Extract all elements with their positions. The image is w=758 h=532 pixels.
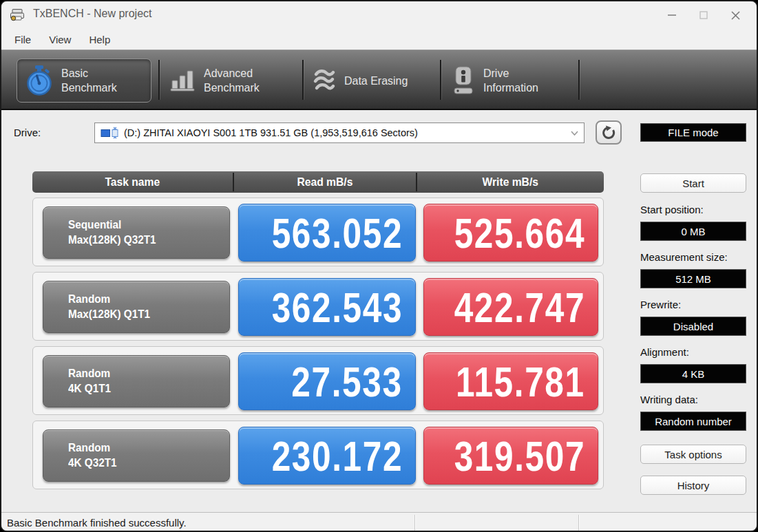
- maximize-button[interactable]: [688, 1, 719, 29]
- toolbar-separator: [302, 60, 304, 100]
- toolbar-separator: [440, 60, 441, 100]
- minimize-button[interactable]: [656, 1, 688, 29]
- read-value: 563.052: [238, 204, 416, 262]
- tab-advanced-benchmark-label: AdvancedBenchmark: [204, 66, 260, 95]
- window-controls: [656, 1, 751, 29]
- table-row-random-4k-q1t1: Random4K Q1T1 27.533 115.781: [32, 346, 604, 415]
- writing-data-label: Writing data:: [640, 394, 698, 405]
- history-button[interactable]: History: [640, 476, 746, 495]
- drive-select[interactable]: (D:) ZHITAI XIAOYI S001 1TB 931.51 GB (1…: [94, 123, 585, 143]
- tab-drive-information-label: DriveInformation: [483, 66, 538, 95]
- file-mode-indicator: FILE mode: [640, 123, 746, 142]
- stopwatch-icon: [25, 65, 53, 96]
- tab-drive-information[interactable]: DriveInformation: [450, 58, 573, 103]
- start-button[interactable]: Start: [640, 173, 746, 193]
- write-value: 525.664: [423, 204, 598, 262]
- menu-view[interactable]: View: [40, 31, 80, 48]
- task-button[interactable]: SequentialMax(128K) Q32T1: [43, 206, 230, 259]
- start-position-label: Start position:: [640, 204, 704, 215]
- write-value: 319.507: [423, 427, 598, 485]
- task-button[interactable]: Random4K Q32T1: [43, 429, 230, 482]
- task-button[interactable]: Random4K Q1T1: [43, 355, 230, 407]
- tab-basic-benchmark-label: BasicBenchmark: [61, 66, 117, 95]
- erase-icon: [313, 68, 336, 93]
- alignment-label: Alignment:: [640, 346, 689, 358]
- read-value: 230.172: [238, 427, 416, 485]
- status-separator: [578, 515, 579, 531]
- tab-data-erasing-label: Data Erasing: [344, 74, 408, 88]
- header-read: Read mB/s: [234, 171, 416, 193]
- write-value: 115.781: [423, 352, 598, 410]
- toolbar: BasicBenchmark AdvancedBenchmark: [1, 50, 757, 110]
- refresh-icon: [601, 125, 616, 140]
- toolbar-separator: [158, 60, 160, 100]
- header-task-name: Task name: [32, 171, 233, 193]
- title-bar: TxBENCH - New project: [1, 1, 757, 29]
- results-table-header: Task name Read mB/s Write mB/s: [32, 171, 604, 193]
- prewrite-value: Disabled: [640, 317, 746, 336]
- menu-file[interactable]: File: [6, 31, 40, 48]
- tab-basic-benchmark[interactable]: BasicBenchmark: [17, 58, 151, 103]
- task-button[interactable]: RandomMax(128K) Q1T1: [43, 281, 230, 333]
- table-row-sequential-q32t1: SequentialMax(128K) Q32T1 563.052 525.66…: [32, 198, 604, 266]
- task-options-button[interactable]: Task options: [640, 445, 746, 464]
- menu-bar: File View Help: [1, 29, 757, 50]
- measurement-size-label: Measurement size:: [640, 251, 728, 263]
- drive-select-value: (D:) ZHITAI XIAOYI S001 1TB 931.51 GB (1…: [124, 127, 566, 138]
- table-row-random-q1t1: RandomMax(128K) Q1T1 362.543 422.747: [32, 272, 604, 341]
- window-title: TxBENCH - New project: [33, 8, 151, 20]
- measurement-size-value: 512 MB: [640, 269, 746, 288]
- refresh-drives-button[interactable]: [596, 120, 622, 145]
- drive-label: Drive:: [14, 127, 41, 138]
- read-value: 362.543: [238, 278, 416, 336]
- app-printer-icon: [10, 8, 26, 22]
- chevron-down-icon[interactable]: [571, 131, 578, 136]
- status-message: Basic Benchmark finished successfully.: [1, 517, 187, 529]
- read-value: 27.533: [238, 352, 416, 410]
- start-position-value: 0 MB: [640, 222, 746, 241]
- app-window: TxBENCH - New project File View Help: [0, 0, 758, 532]
- menu-help[interactable]: Help: [80, 31, 119, 48]
- close-button[interactable]: [719, 1, 751, 29]
- header-write: Write mB/s: [417, 171, 604, 193]
- alignment-value: 4 KB: [640, 364, 746, 383]
- table-row-random-4k-q32t1: Random4K Q32T1 230.172 319.507: [32, 421, 604, 489]
- tab-advanced-benchmark[interactable]: AdvancedBenchmark: [169, 58, 297, 103]
- writing-data-value: Random number: [640, 412, 746, 431]
- prewrite-label: Prewrite:: [640, 299, 681, 310]
- write-value: 422.747: [423, 278, 598, 336]
- tab-data-erasing[interactable]: Data Erasing: [313, 58, 431, 103]
- status-bar: Basic Benchmark finished successfully.: [1, 512, 757, 532]
- disk-partition-icon: [101, 127, 119, 139]
- content-area: Drive: (D:) ZHITAI XIAOYI S001 1TB 931.5…: [1, 110, 757, 512]
- toolbar-separator: [578, 60, 580, 100]
- drive-info-icon: [450, 66, 475, 95]
- bar-chart-icon: [169, 68, 196, 93]
- status-separator: [414, 515, 415, 531]
